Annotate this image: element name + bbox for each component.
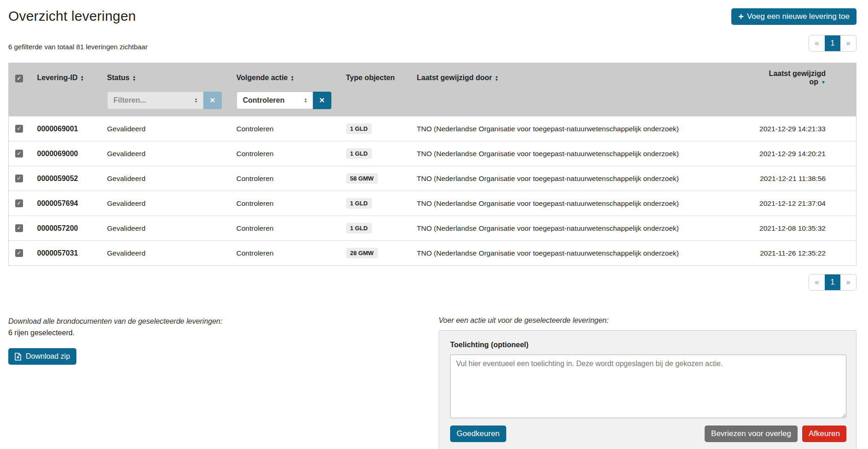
table-row: ✓ 0000069000 Gevalideerd Controleren 1 G… (9, 141, 856, 166)
header-status-label: Status (107, 74, 130, 82)
sort-icon: ▲▼ (495, 75, 498, 82)
type-objecten-badge: 28 GMW (346, 248, 378, 258)
volgende-actie-filter-select[interactable]: Controleren ▲▼ (237, 92, 313, 109)
pagination-bottom: « 1 » (809, 274, 856, 291)
cell-gewijzigd-op: 2021-11-26 12:35:22 (754, 241, 856, 266)
afkeuren-button[interactable]: Afkeuren (802, 426, 846, 442)
download-instruction: Download alle brondocumenten van de gese… (8, 317, 222, 326)
deliveries-table: ✓ Levering-ID▲▼ Status▲▼ Volgende actie▲… (8, 63, 856, 266)
sort-icon: ▲▼ (132, 75, 136, 82)
pagination-next-button[interactable]: » (840, 274, 856, 290)
header-laatst-gewijzigd-door-label: Laatst gewijzigd door (417, 74, 492, 82)
secondary-actions: Bevriezen voor overleg Afkeuren (705, 426, 846, 442)
pagination-top: « 1 » (809, 35, 856, 52)
status-filter-placeholder: Filteren... (114, 96, 146, 105)
cell-levering-id: 0000059052 (37, 166, 107, 191)
cell-gewijzigd-op: 2021-12-21 11:38:56 (754, 166, 856, 191)
meta-row: 6 gefilterde van totaal 81 leveringen zi… (8, 35, 856, 52)
cell-status: Gevalideerd (107, 216, 237, 241)
cell-levering-id: 0000069001 (37, 117, 107, 141)
cell-levering-id: 0000057694 (37, 191, 107, 216)
download-zip-label: Download zip (26, 352, 70, 361)
header-type-objecten-label: Type objecten (346, 74, 395, 82)
cell-gewijzigd-op: 2021-12-12 21:37:04 (754, 191, 856, 216)
volgende-actie-filter-clear-button[interactable]: ✕ (313, 92, 331, 109)
status-filter-select[interactable]: Filteren... ▲▼ (107, 92, 203, 109)
row-checkbox[interactable]: ✓ (15, 199, 23, 207)
add-delivery-button[interactable]: + Voeg een nieuwe levering toe (731, 8, 856, 25)
table-filter-row: Filteren... ▲▼ ✕ Controleren ▲▼ (9, 87, 856, 117)
download-file-icon (15, 353, 22, 361)
bevriezen-button[interactable]: Bevriezen voor overleg (705, 426, 798, 442)
table-row: ✓ 0000057200 Gevalideerd Controleren 1 G… (9, 216, 856, 241)
toelichting-label: Toelichting (optioneel) (450, 341, 846, 349)
header-volgende-actie[interactable]: Volgende actie▲▼ (237, 63, 346, 88)
cell-volgende-actie: Controleren (237, 166, 346, 191)
add-delivery-button-label: Voeg een nieuwe levering toe (747, 12, 850, 21)
header-levering-id[interactable]: Levering-ID▲▼ (37, 63, 107, 88)
row-checkbox[interactable]: ✓ (15, 224, 23, 232)
row-checkbox[interactable]: ✓ (15, 125, 23, 133)
status-filter-clear-button: ✕ (203, 92, 222, 109)
header-status[interactable]: Status▲▼ (107, 63, 237, 88)
row-checkbox[interactable]: ✓ (15, 150, 23, 157)
status-filter-group: Filteren... ▲▼ ✕ (107, 92, 222, 109)
download-zip-button[interactable]: Download zip (8, 348, 76, 365)
selected-count: 6 rijen geselecteerd. (8, 329, 222, 337)
action-buttons-row: Goedkeuren Bevriezen voor overleg Afkeur… (450, 426, 846, 442)
cell-gewijzigd-op: 2021-12-29 14:20:21 (754, 141, 856, 166)
cell-levering-id: 0000057200 (37, 216, 107, 241)
header-laatst-gewijzigd-op[interactable]: Laatst gewijzigd op▼ (754, 63, 856, 88)
pagination-page-1-button[interactable]: 1 (825, 35, 840, 51)
header-levering-id-label: Levering-ID (37, 74, 78, 82)
check-icon: ✓ (17, 200, 21, 206)
pagination-next-button[interactable]: » (840, 35, 856, 51)
select-arrows-icon: ▲▼ (304, 98, 307, 103)
volgende-actie-filter-value: Controleren (243, 96, 285, 105)
pagination-page-1-button[interactable]: 1 (825, 274, 840, 290)
overzicht-leveringen-page: Overzicht leveringen + Voeg een nieuwe l… (0, 0, 868, 449)
toelichting-textarea[interactable] (450, 355, 846, 418)
cell-levering-id: 0000069000 (37, 141, 107, 166)
check-icon: ✓ (17, 175, 21, 181)
type-objecten-badge: 58 GMW (346, 173, 378, 184)
page-title: Overzicht leveringen (8, 8, 136, 24)
table-row: ✓ 0000069001 Gevalideerd Controleren 1 G… (9, 117, 856, 141)
bottom-sections: Download alle brondocumenten van de gese… (8, 316, 856, 449)
action-section: Voer een actie uit voor de geselecteerde… (439, 316, 856, 449)
cell-volgende-actie: Controleren (237, 141, 346, 166)
sort-icon: ▲▼ (290, 75, 294, 82)
cell-volgende-actie: Controleren (237, 216, 346, 241)
action-panel: Toelichting (optioneel) Goedkeuren Bevri… (439, 330, 856, 449)
pagination-bottom-row: « 1 » (8, 274, 856, 291)
cell-gewijzigd-door: TNO (Nederlandse Organisatie voor toegep… (417, 117, 754, 141)
filter-summary: 6 gefilterde van totaal 81 leveringen zi… (8, 43, 148, 52)
goedkeuren-button[interactable]: Goedkeuren (450, 426, 506, 442)
check-icon: ✓ (17, 225, 21, 231)
cell-status: Gevalideerd (107, 117, 237, 141)
cell-gewijzigd-op: 2021-12-29 14:21:33 (754, 117, 856, 141)
check-icon: ✓ (17, 125, 21, 132)
cell-gewijzigd-door: TNO (Nederlandse Organisatie voor toegep… (417, 191, 754, 216)
header-laatst-gewijzigd-door[interactable]: Laatst gewijzigd door▲▼ (417, 63, 754, 88)
pagination-prev-button[interactable]: « (809, 35, 825, 51)
pagination-prev-button[interactable]: « (809, 274, 825, 290)
volgende-actie-filter-group: Controleren ▲▼ ✕ (237, 92, 331, 109)
row-checkbox[interactable]: ✓ (15, 175, 23, 182)
row-checkbox[interactable]: ✓ (15, 249, 23, 257)
cell-gewijzigd-door: TNO (Nederlandse Organisatie voor toegep… (417, 216, 754, 241)
type-objecten-badge: 1 GLD (346, 148, 372, 159)
select-all-checkbox[interactable]: ✓ (15, 75, 23, 82)
sort-desc-icon: ▼ (821, 80, 826, 85)
table-header-row: ✓ Levering-ID▲▼ Status▲▼ Volgende actie▲… (9, 63, 856, 88)
header-laatst-gewijzigd-op-label: Laatst gewijzigd op (769, 70, 826, 86)
cell-status: Gevalideerd (107, 166, 237, 191)
action-instruction: Voer een actie uit voor de geselecteerde… (439, 316, 856, 325)
check-icon: ✓ (17, 75, 21, 82)
check-icon: ✓ (17, 250, 21, 256)
check-icon: ✓ (17, 150, 21, 157)
cell-gewijzigd-door: TNO (Nederlandse Organisatie voor toegep… (417, 241, 754, 266)
table-row: ✓ 0000057031 Gevalideerd Controleren 28 … (9, 241, 856, 266)
type-objecten-badge: 1 GLD (346, 198, 372, 209)
close-icon: ✕ (209, 96, 215, 105)
